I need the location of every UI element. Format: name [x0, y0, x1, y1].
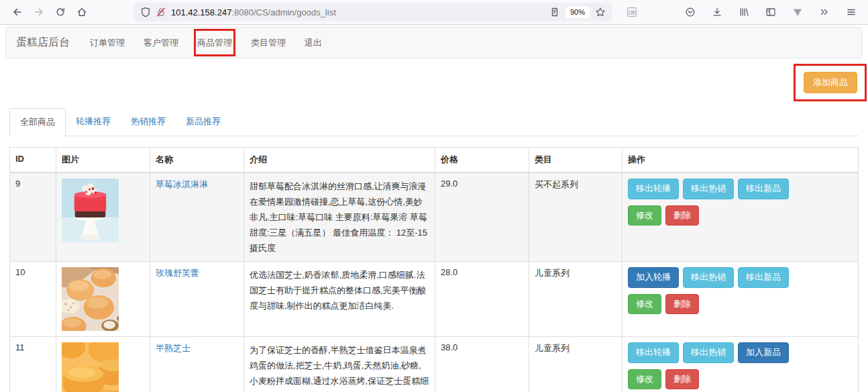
remove-carousel-button[interactable]: 移出轮播: [628, 179, 679, 199]
navbar-brand[interactable]: 蛋糕店后台: [16, 36, 70, 50]
remove-hot-button[interactable]: 移出热销: [683, 342, 734, 362]
header-image: 图片: [56, 148, 150, 173]
double-chevron-icon: [819, 7, 830, 17]
add-new-button[interactable]: 加入新品: [738, 342, 789, 362]
pocket-icon: [685, 7, 696, 17]
cell-price: 29.0: [435, 173, 529, 262]
download-icon: [712, 7, 722, 17]
vue-icon: [792, 7, 803, 17]
sidebar-toggle-button[interactable]: [761, 3, 781, 21]
goods-table: ID 图片 名称 介绍 价格 类目 操作 9 草莓冰淇淋淋 甜郁草莓配合冰淇淋的…: [9, 147, 859, 392]
forward-button[interactable]: [28, 3, 50, 21]
bookmark-star-icon[interactable]: [595, 7, 606, 17]
pocket-button[interactable]: [680, 3, 700, 21]
actions-cell: 移出轮播移出热销移出新品修改删除: [628, 179, 853, 230]
remove-carousel-button[interactable]: 移出轮播: [628, 342, 679, 362]
shield-icon[interactable]: [140, 7, 151, 17]
table-row: 11 半熟芝士 为了保证芝士的香醇,半熟芝士借鉴日本温泉煮鸡蛋的做法,把芝士,牛…: [10, 337, 859, 392]
app-menu-button[interactable]: [841, 3, 861, 21]
actions-cell: 移出轮播移出热销加入新品修改删除: [628, 342, 853, 392]
header-category: 类目: [529, 148, 622, 173]
product-name-link[interactable]: 玫瑰舒芙蕾: [156, 268, 199, 278]
cell-id: 10: [10, 262, 56, 337]
add-goods-button[interactable]: 添加商品: [804, 72, 857, 93]
admin-navbar: 蛋糕店后台 订单管理 客户管理 商品管理 类目管理 退出: [5, 27, 863, 58]
goods-filter-tabs: 全部商品 轮播推荐 热销推荐 新品推荐: [9, 108, 859, 136]
header-id: ID: [10, 148, 56, 173]
add-button-row: 添加商品: [0, 64, 867, 101]
cell-desc: 甜郁草莓配合冰淇淋的丝滑口感,让清爽与浪漫在爱情果园激情碰撞,恋上草莓,这份心情…: [250, 179, 429, 256]
cell-id: 11: [10, 337, 56, 392]
cell-desc: 为了保证芝士的香醇,半熟芝士借鉴日本温泉煮鸡蛋的做法,把芝士,牛奶,鸡蛋,天然奶…: [250, 342, 429, 392]
tab-all-goods[interactable]: 全部商品: [9, 108, 66, 136]
product-image: [62, 179, 119, 242]
cell-id: 9: [10, 173, 56, 262]
tab-hot-recommend[interactable]: 热销推荐: [121, 108, 176, 136]
downloads-button[interactable]: [707, 3, 727, 21]
nav-item-categories[interactable]: 类目管理: [241, 37, 295, 49]
admin-page: 蛋糕店后台 订单管理 客户管理 商品管理 类目管理 退出 添加商品 全部商品 轮…: [0, 27, 868, 392]
translate-icon: [626, 6, 638, 18]
remove-new-button[interactable]: 移出新品: [738, 179, 789, 199]
url-text[interactable]: 101.42.158.247:8080/CS/admin/goods_list: [171, 7, 336, 17]
header-price: 价格: [435, 148, 529, 173]
url-bar[interactable]: 101.42.158.247:8080/CS/admin/goods_list …: [134, 3, 612, 21]
cell-category: 儿童系列: [529, 337, 622, 392]
reload-button[interactable]: [50, 3, 71, 21]
vue-devtools-button[interactable]: [788, 3, 808, 21]
forward-icon: [34, 7, 44, 17]
tab-new-recommend[interactable]: 新品推荐: [176, 108, 231, 136]
header-desc: 介绍: [244, 148, 435, 173]
goods-table-body: 9 草莓冰淇淋淋 甜郁草莓配合冰淇淋的丝滑口感,让清爽与浪漫在爱情果园激情碰撞,…: [10, 173, 859, 392]
table-header-row: ID 图片 名称 介绍 价格 类目 操作: [10, 148, 859, 173]
library-button[interactable]: [734, 3, 754, 21]
edit-button[interactable]: 修改: [628, 369, 661, 389]
header-actions: 操作: [622, 148, 859, 173]
cell-price: 28.0: [435, 262, 529, 337]
insecure-lock-icon[interactable]: [156, 7, 166, 17]
product-name-link[interactable]: 半熟芝士: [156, 343, 191, 353]
home-icon: [76, 7, 87, 17]
product-name-link[interactable]: 草莓冰淇淋淋: [156, 179, 208, 189]
cell-category: 儿童系列: [529, 262, 622, 337]
nav-item-orders[interactable]: 订单管理: [80, 37, 134, 49]
delete-button[interactable]: 删除: [665, 294, 699, 314]
overflow-menu-button[interactable]: [814, 3, 834, 21]
table-row: 9 草莓冰淇淋淋 甜郁草莓配合冰淇淋的丝滑口感,让清爽与浪漫在爱情果园激情碰撞,…: [10, 173, 859, 262]
nav-item-goods[interactable]: 商品管理: [197, 38, 232, 48]
home-button[interactable]: [71, 3, 93, 21]
sidebar-icon: [765, 7, 776, 17]
cell-category: 买不起系列: [529, 173, 622, 262]
nav-item-logout[interactable]: 退出: [295, 37, 331, 49]
hamburger-menu-icon: [846, 7, 857, 17]
annotation-box-add-button: 添加商品: [794, 64, 867, 101]
remove-hot-button[interactable]: 移出热销: [683, 267, 734, 287]
remove-hot-button[interactable]: 移出热销: [683, 179, 734, 199]
product-image: [62, 342, 119, 392]
translate-button[interactable]: [621, 3, 643, 21]
actions-cell: 加入轮播移出热销移出新品修改删除: [628, 267, 853, 318]
product-image: [62, 267, 119, 331]
annotation-box-goods-nav: 商品管理: [194, 29, 235, 56]
zoom-level-badge[interactable]: 90%: [565, 7, 590, 18]
add-carousel-button[interactable]: 加入轮播: [628, 267, 679, 287]
browser-toolbar: 101.42.158.247:8080/CS/admin/goods_list …: [0, 0, 868, 25]
delete-button[interactable]: 删除: [665, 369, 699, 389]
url-path: :8080/CS/admin/goods_list: [231, 7, 335, 17]
edit-button[interactable]: 修改: [628, 294, 661, 314]
back-icon: [12, 7, 23, 17]
cell-price: 38.0: [435, 337, 529, 392]
reload-icon: [55, 7, 66, 17]
table-row: 10 玫瑰舒芙蕾 优选法国芝士,奶香浓郁,质地柔滑,口感细腻.法国芝士有助于提升…: [10, 262, 859, 337]
remove-new-button[interactable]: 移出新品: [738, 267, 789, 287]
header-name: 名称: [150, 148, 244, 173]
tab-carousel-recommend[interactable]: 轮播推荐: [66, 108, 121, 136]
url-host: 101.42.158.247: [171, 7, 231, 17]
edit-button[interactable]: 修改: [628, 205, 661, 226]
back-button[interactable]: [7, 3, 28, 21]
delete-button[interactable]: 删除: [665, 205, 699, 226]
library-icon: [739, 7, 749, 17]
nav-item-customers[interactable]: 客户管理: [134, 37, 188, 49]
reader-mode-icon[interactable]: [549, 7, 560, 17]
cell-desc: 优选法国芝士,奶香浓郁,质地柔滑,口感细腻.法国芝士有助于提升糕点的整体口感,完…: [250, 267, 429, 313]
